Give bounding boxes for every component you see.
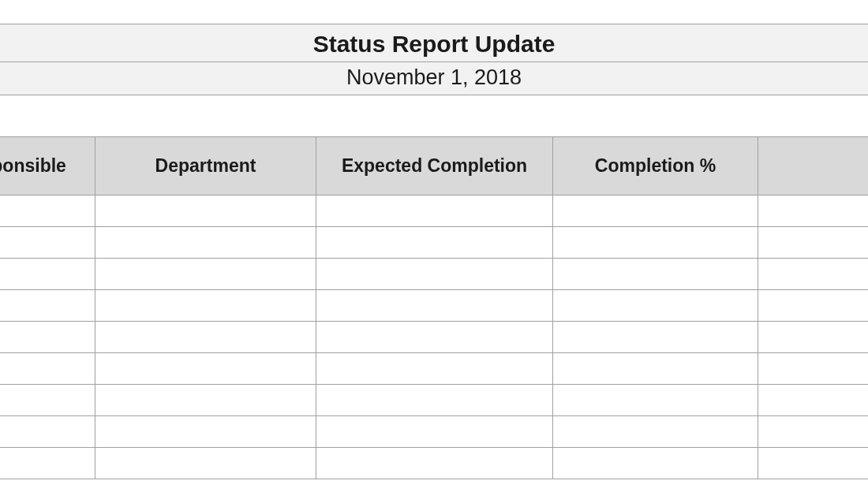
cell-expected_completion[interactable] bbox=[316, 448, 553, 479]
col-last[interactable]: Last bbox=[758, 137, 869, 196]
cell-last[interactable] bbox=[758, 416, 869, 448]
cell-department[interactable] bbox=[95, 290, 316, 322]
report-title: Status Report Update bbox=[0, 24, 868, 62]
cell-responsible[interactable] bbox=[0, 322, 95, 353]
cell-last[interactable] bbox=[758, 290, 869, 322]
cell-responsible[interactable] bbox=[0, 416, 95, 448]
cell-department[interactable] bbox=[95, 196, 316, 227]
table-row bbox=[0, 353, 868, 385]
cell-responsible[interactable] bbox=[0, 259, 95, 290]
cell-department[interactable] bbox=[95, 448, 316, 479]
cell-last[interactable] bbox=[758, 227, 869, 259]
table-row bbox=[0, 448, 868, 479]
cell-last[interactable] bbox=[758, 322, 869, 353]
cell-completion_pct[interactable] bbox=[553, 259, 758, 290]
cell-department[interactable] bbox=[95, 227, 316, 259]
table-row bbox=[0, 385, 868, 416]
cell-department[interactable] bbox=[95, 259, 316, 290]
cell-department[interactable] bbox=[95, 416, 316, 448]
cell-last[interactable] bbox=[758, 448, 869, 479]
cell-department[interactable] bbox=[95, 322, 316, 353]
table-row bbox=[0, 227, 868, 259]
table-row bbox=[0, 416, 868, 448]
cell-responsible[interactable] bbox=[0, 290, 95, 322]
cell-completion_pct[interactable] bbox=[553, 322, 758, 353]
cell-expected_completion[interactable] bbox=[316, 290, 553, 322]
cell-last[interactable] bbox=[758, 385, 869, 416]
cell-last[interactable] bbox=[758, 259, 869, 290]
cell-last[interactable] bbox=[758, 353, 869, 385]
col-completion-percent[interactable]: Completion % bbox=[553, 137, 758, 196]
col-department[interactable]: Department bbox=[95, 137, 316, 196]
cell-completion_pct[interactable] bbox=[553, 227, 758, 259]
cell-expected_completion[interactable] bbox=[316, 322, 553, 353]
table-row bbox=[0, 322, 868, 353]
cell-completion_pct[interactable] bbox=[553, 385, 758, 416]
cell-responsible[interactable] bbox=[0, 448, 95, 479]
table-row bbox=[0, 196, 868, 227]
col-responsible[interactable]: Responsible bbox=[0, 137, 95, 196]
cell-completion_pct[interactable] bbox=[553, 416, 758, 448]
cell-expected_completion[interactable] bbox=[316, 353, 553, 385]
report-date: November 1, 2018 bbox=[0, 62, 868, 95]
table-row bbox=[0, 259, 868, 290]
col-expected-completion[interactable]: Expected Completion bbox=[316, 137, 553, 196]
cell-department[interactable] bbox=[95, 385, 316, 416]
cell-responsible[interactable] bbox=[0, 227, 95, 259]
cell-completion_pct[interactable] bbox=[553, 448, 758, 479]
cell-responsible[interactable] bbox=[0, 353, 95, 385]
status-table: Responsible Department Expected Completi… bbox=[0, 136, 868, 479]
cell-last[interactable] bbox=[758, 196, 869, 227]
table-header-row: Responsible Department Expected Completi… bbox=[0, 137, 868, 196]
cell-completion_pct[interactable] bbox=[553, 290, 758, 322]
cell-responsible[interactable] bbox=[0, 385, 95, 416]
cell-department[interactable] bbox=[95, 353, 316, 385]
cell-completion_pct[interactable] bbox=[553, 353, 758, 385]
cell-expected_completion[interactable] bbox=[316, 416, 553, 448]
cell-expected_completion[interactable] bbox=[316, 196, 553, 227]
cell-expected_completion[interactable] bbox=[316, 227, 553, 259]
cell-completion_pct[interactable] bbox=[553, 196, 758, 227]
cell-expected_completion[interactable] bbox=[316, 385, 553, 416]
cell-responsible[interactable] bbox=[0, 196, 95, 227]
cell-expected_completion[interactable] bbox=[316, 259, 553, 290]
table-row bbox=[0, 290, 868, 322]
